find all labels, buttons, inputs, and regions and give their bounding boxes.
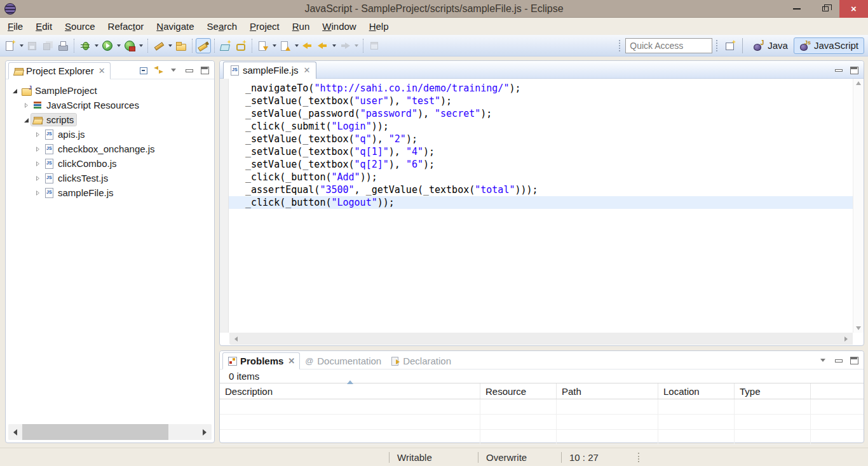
- maximize-view-icon[interactable]: [849, 65, 858, 74]
- collapse-all-icon[interactable]: [139, 65, 148, 74]
- column-header-type[interactable]: Type: [735, 383, 811, 399]
- pin-editor-button[interactable]: [367, 38, 382, 53]
- editor-horizontal-scrollbar[interactable]: [229, 333, 853, 345]
- tree-item-javascript-resources[interactable]: JavaScript Resources: [6, 98, 214, 112]
- debug-button[interactable]: [78, 38, 93, 53]
- menu-file[interactable]: File: [1, 18, 29, 34]
- collapsed-expander-icon[interactable]: [34, 189, 43, 197]
- scroll-right-button[interactable]: [844, 336, 848, 342]
- minimize-view-icon[interactable]: [834, 356, 843, 364]
- menu-project[interactable]: Project: [243, 18, 286, 34]
- expanded-expander-icon[interactable]: [22, 116, 31, 124]
- code-line-9[interactable]: _assertEqual("3500", _getValue(_textbox(…: [229, 183, 853, 196]
- previous-annotation-button[interactable]: [278, 38, 293, 53]
- scroll-left-button[interactable]: [234, 336, 238, 342]
- minimize-view-icon[interactable]: [834, 65, 843, 74]
- menu-navigate[interactable]: Navigate: [150, 18, 200, 34]
- menu-window[interactable]: Window: [316, 18, 362, 34]
- column-header-location[interactable]: Location: [658, 383, 735, 399]
- tree-item-samplefile-js[interactable]: sampleFile.js: [6, 185, 214, 200]
- scroll-left-button[interactable]: [8, 424, 22, 440]
- collapsed-expander-icon[interactable]: [34, 174, 43, 183]
- next-annotation-dropdown[interactable]: [271, 38, 278, 53]
- minimize-button[interactable]: [782, 0, 811, 18]
- maximize-view-icon[interactable]: [200, 65, 209, 74]
- forward-dropdown[interactable]: [353, 38, 360, 53]
- run-dropdown[interactable]: [115, 38, 122, 53]
- code-line-3[interactable]: _setValue(_password("password"), "secret…: [229, 107, 853, 120]
- menu-search[interactable]: Search: [201, 18, 244, 34]
- maximize-view-icon[interactable]: [849, 356, 858, 364]
- open-perspective-button[interactable]: [722, 38, 738, 53]
- tree-item-clickstest-js[interactable]: clicksTest.js: [6, 171, 214, 185]
- scrollbar-thumb[interactable]: [22, 424, 168, 440]
- close-tab-icon[interactable]: ✕: [98, 67, 105, 75]
- code-line-5[interactable]: _setValue(_textbox("q"), "2");: [229, 133, 853, 145]
- expanded-expander-icon[interactable]: [11, 86, 20, 95]
- restore-button[interactable]: [811, 0, 839, 18]
- previous-annotation-dropdown[interactable]: [293, 38, 300, 53]
- code-line-10[interactable]: _click(_button("Logout"));: [229, 196, 853, 209]
- profile-button[interactable]: [122, 38, 137, 53]
- menu-help[interactable]: Help: [363, 18, 395, 34]
- tab-samplefile-js[interactable]: sampleFile.js ✕: [223, 62, 316, 79]
- view-menu-icon[interactable]: [169, 65, 179, 74]
- tree-item-sampleproject[interactable]: SampleProject: [6, 83, 214, 98]
- menu-source[interactable]: Source: [58, 18, 102, 34]
- quick-access-input[interactable]: [625, 38, 712, 53]
- perspective-javascript-button[interactable]: JavaScript: [794, 37, 864, 54]
- tab-declaration[interactable]: Declaration: [386, 352, 456, 369]
- new-button[interactable]: [3, 38, 18, 53]
- code-line-7[interactable]: _setValue(_textbox("q[2]"), "6");: [229, 158, 853, 171]
- code-area[interactable]: _navigateTo("http://sahi.co.in/demo/trai…: [229, 79, 853, 333]
- code-line-4[interactable]: _click(_submit("Login"));: [229, 120, 853, 133]
- close-tab-icon[interactable]: ✕: [304, 66, 311, 74]
- debug-dropdown[interactable]: [93, 38, 100, 53]
- link-with-editor-icon[interactable]: [154, 65, 163, 74]
- code-line-1[interactable]: _navigateTo("http://sahi.co.in/demo/trai…: [229, 82, 853, 95]
- editor-vertical-scrollbar[interactable]: [853, 79, 864, 333]
- code-line-8[interactable]: _click(_button("Add"));: [229, 171, 853, 183]
- column-header-description[interactable]: Description: [220, 383, 480, 399]
- run-button[interactable]: [100, 38, 115, 53]
- minimize-view-icon[interactable]: [184, 65, 194, 74]
- search-button[interactable]: [233, 38, 248, 53]
- tree-item-clickcombo-js[interactable]: clickCombo.js: [6, 156, 214, 171]
- perspective-java-button[interactable]: Java: [747, 37, 794, 54]
- scroll-right-button[interactable]: [198, 424, 212, 440]
- new-js-snippet-button[interactable]: [218, 38, 233, 53]
- next-annotation-button[interactable]: [255, 38, 271, 53]
- external-tools-button[interactable]: [151, 38, 166, 53]
- tree-item-apis-js[interactable]: apis.js: [6, 127, 214, 142]
- collapsed-expander-icon[interactable]: [34, 145, 43, 154]
- mark-occurrences-button[interactable]: [196, 38, 211, 53]
- new-dropdown[interactable]: [18, 38, 25, 53]
- collapsed-expander-icon[interactable]: [34, 159, 43, 168]
- back-dropdown[interactable]: [330, 38, 337, 53]
- code-line-2[interactable]: _setValue(_textbox("user"), "test");: [229, 95, 853, 107]
- menu-refactor[interactable]: Refactor: [102, 18, 151, 34]
- collapsed-expander-icon[interactable]: [34, 130, 43, 139]
- save-button[interactable]: [25, 38, 40, 53]
- forward-button[interactable]: [337, 38, 353, 53]
- close-button[interactable]: ×: [839, 0, 868, 18]
- code-line-6[interactable]: _setValue(_textbox("q[1]"), "4");: [229, 145, 853, 158]
- tree-item-checkbox-onchange-js[interactable]: checkbox_onchange.js: [6, 142, 214, 156]
- collapsed-expander-icon[interactable]: [22, 101, 31, 110]
- view-menu-icon[interactable]: [818, 356, 828, 364]
- menu-edit[interactable]: Edit: [29, 18, 58, 34]
- scroll-down-button[interactable]: [856, 326, 861, 330]
- external-tools-dropdown[interactable]: [166, 38, 173, 53]
- column-header-path[interactable]: Path: [557, 383, 658, 399]
- tab-problems[interactable]: Problems ✕: [222, 352, 300, 369]
- tab-documentation[interactable]: Documentation: [300, 352, 386, 369]
- save-all-button[interactable]: [40, 38, 55, 53]
- tab-project-explorer[interactable]: Project Explorer ✕: [8, 62, 111, 79]
- tree-item-scripts[interactable]: scripts: [6, 112, 214, 127]
- last-edit-location-button[interactable]: [300, 38, 315, 53]
- menu-run[interactable]: Run: [286, 18, 316, 34]
- profile-dropdown[interactable]: [137, 38, 144, 53]
- column-header-resource[interactable]: Resource: [480, 383, 557, 399]
- print-button[interactable]: [55, 38, 71, 53]
- close-tab-icon[interactable]: ✕: [288, 357, 295, 365]
